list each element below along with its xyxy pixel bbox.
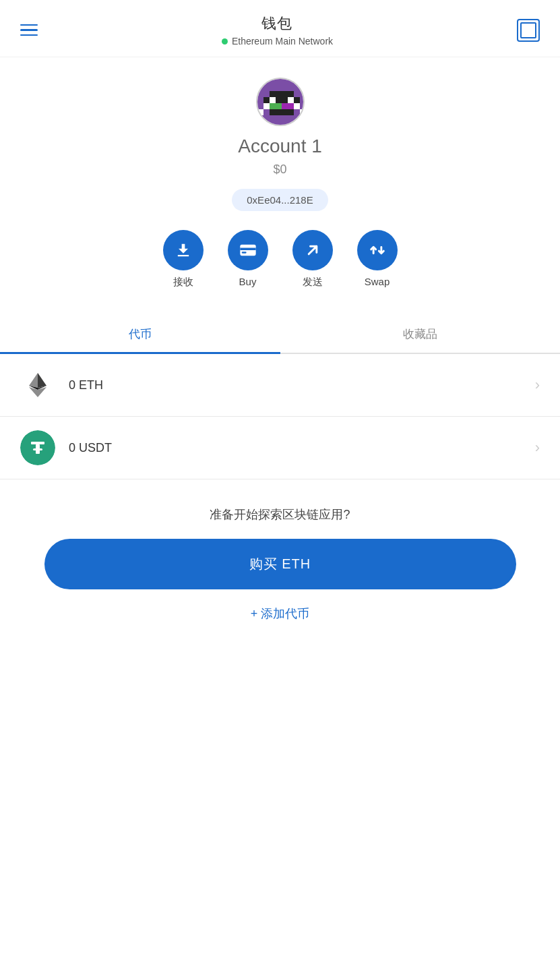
- tab-collectibles[interactable]: 收藏品: [280, 316, 561, 353]
- svg-rect-7: [300, 97, 305, 109]
- send-button[interactable]: [292, 230, 333, 270]
- svg-rect-9: [270, 103, 282, 109]
- svg-rect-20: [241, 252, 246, 253]
- svg-rect-11: [263, 109, 270, 115]
- download-icon: [174, 241, 193, 260]
- eth-logo: [20, 368, 55, 403]
- hamburger-menu[interactable]: [20, 24, 38, 36]
- network-dot: [222, 38, 228, 45]
- svg-rect-3: [257, 91, 270, 97]
- swap-button[interactable]: [357, 230, 398, 270]
- scan-button[interactable]: [517, 19, 540, 42]
- address-badge[interactable]: 0xEe04...218E: [232, 189, 328, 211]
- token-eth[interactable]: 0 ETH ›: [0, 354, 560, 417]
- swap-icon: [368, 241, 387, 260]
- svg-rect-8: [263, 97, 300, 103]
- action-buttons: 接收 Buy 发送: [163, 230, 398, 289]
- svg-rect-29: [33, 448, 42, 450]
- buy-action: Buy: [228, 230, 268, 289]
- tabs: 代币 收藏品: [0, 316, 560, 354]
- network-indicator: Ethereum Main Network: [222, 36, 333, 47]
- receive-label: 接收: [173, 276, 193, 289]
- svg-rect-6: [257, 97, 263, 109]
- account-section: Account 1 $0 0xEe04...218E 接收 Buy: [0, 57, 560, 309]
- network-name: Ethereum Main Network: [232, 36, 333, 47]
- buy-eth-button[interactable]: 购买 ETH: [44, 539, 516, 589]
- receive-action: 接收: [163, 230, 204, 289]
- buy-label: Buy: [239, 276, 257, 287]
- header-center: 钱包 Ethereum Main Network: [222, 13, 333, 47]
- svg-rect-13: [270, 109, 294, 115]
- send-label: 发送: [303, 276, 323, 289]
- swap-label: Swap: [365, 276, 390, 287]
- swap-action: Swap: [357, 230, 398, 289]
- usdt-logo: [20, 430, 55, 465]
- usdt-amount: 0 USDT: [69, 441, 535, 455]
- svg-rect-10: [282, 103, 294, 109]
- receive-button[interactable]: [163, 230, 204, 270]
- header: 钱包 Ethereum Main Network: [0, 0, 560, 57]
- account-name: Account 1: [238, 136, 322, 157]
- svg-rect-12: [294, 109, 300, 115]
- buy-button[interactable]: [228, 230, 268, 270]
- svg-rect-1: [263, 79, 300, 85]
- svg-rect-17: [288, 97, 294, 103]
- svg-rect-2: [257, 85, 305, 91]
- add-token-link[interactable]: + 添加代币: [251, 606, 310, 622]
- svg-rect-4: [294, 91, 305, 97]
- svg-rect-19: [240, 248, 255, 251]
- account-balance: $0: [273, 163, 286, 177]
- token-list: 0 ETH › 0 USDT ›: [0, 354, 560, 479]
- tab-tokens[interactable]: 代币: [0, 316, 280, 353]
- usdt-circle: [20, 430, 55, 465]
- svg-rect-16: [270, 97, 276, 103]
- eth-amount: 0 ETH: [69, 378, 535, 392]
- usdt-chevron: ›: [535, 439, 540, 457]
- avatar: [256, 78, 305, 126]
- svg-rect-15: [263, 121, 300, 126]
- cta-section: 准备开始探索区块链应用? 购买 ETH + 添加代币: [0, 479, 560, 642]
- eth-chevron: ›: [535, 376, 540, 394]
- svg-rect-14: [257, 115, 305, 121]
- cta-text: 准备开始探索区块链应用?: [210, 506, 350, 523]
- send-icon: [303, 241, 322, 260]
- wallet-title: 钱包: [261, 13, 292, 34]
- credit-card-icon: [239, 241, 257, 260]
- token-usdt[interactable]: 0 USDT ›: [0, 417, 560, 479]
- svg-rect-27: [31, 442, 44, 444]
- svg-rect-5: [270, 91, 294, 97]
- send-action: 发送: [292, 230, 333, 289]
